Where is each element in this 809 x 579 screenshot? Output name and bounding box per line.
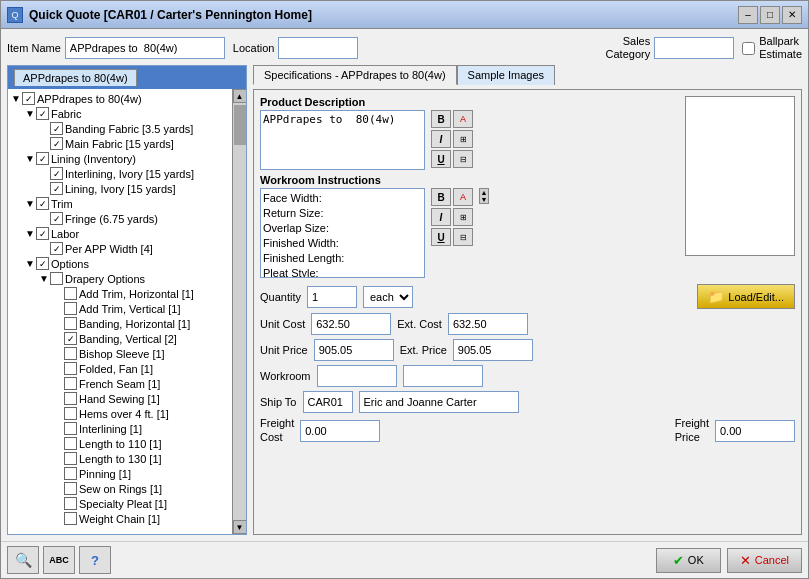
product-desc-textarea[interactable] (260, 110, 425, 170)
tree-item[interactable]: Hand Sewing [1] (10, 391, 230, 406)
tree-checkbox[interactable] (64, 332, 77, 345)
tree-checkbox[interactable] (22, 92, 35, 105)
tree-item[interactable]: Banding Fabric [3.5 yards] (10, 121, 230, 136)
item-name-input[interactable] (65, 37, 225, 59)
tree-item[interactable]: Per APP Width [4] (10, 241, 230, 256)
workroom-table-button[interactable]: ⊞ (453, 208, 473, 226)
workroom-insert-button[interactable]: ⊟ (453, 228, 473, 246)
tree-item[interactable]: Sew on Rings [1] (10, 481, 230, 496)
workroom-underline-button[interactable]: U (431, 228, 451, 246)
tree-checkbox[interactable] (36, 227, 49, 240)
tree-checkbox[interactable] (64, 362, 77, 375)
tree-checkbox[interactable] (64, 407, 77, 420)
tree-expand-icon[interactable]: ▼ (24, 198, 36, 209)
scroll-thumb[interactable] (234, 105, 246, 145)
tree-checkbox[interactable] (64, 287, 77, 300)
tree-checkbox[interactable] (64, 437, 77, 450)
sales-category-input[interactable] (654, 37, 734, 59)
tree-item[interactable]: ▼Drapery Options (10, 271, 230, 286)
tree-checkbox[interactable] (64, 512, 77, 525)
tree-item[interactable]: French Seam [1] (10, 376, 230, 391)
insert-button[interactable]: ⊟ (453, 150, 473, 168)
tree-item[interactable]: Banding, Horizontal [1] (10, 316, 230, 331)
tree-checkbox[interactable] (64, 347, 77, 360)
tree-checkbox[interactable] (64, 392, 77, 405)
tree-item[interactable]: Banding, Vertical [2] (10, 331, 230, 346)
workroom-textarea[interactable]: Face Width:Return Size:Overlap Size:Fini… (260, 188, 425, 278)
workroom-name-input[interactable] (403, 365, 483, 387)
tree-item[interactable]: Folded, Fan [1] (10, 361, 230, 376)
tree-checkbox[interactable] (36, 197, 49, 210)
load-edit-button[interactable]: 📁 Load/Edit... (697, 284, 795, 309)
scrollbar[interactable]: ▲ ▼ (232, 89, 246, 534)
tree-expand-icon[interactable]: ▼ (38, 273, 50, 284)
close-button[interactable]: ✕ (782, 6, 802, 24)
each-select[interactable]: each (363, 286, 413, 308)
ok-button[interactable]: ✔ OK (656, 548, 721, 573)
ext-cost-input[interactable] (448, 313, 528, 335)
tab-specifications[interactable]: Specifications - APPdrapes to 80(4w) (253, 65, 457, 85)
ballpark-checkbox[interactable] (742, 42, 755, 55)
tree-checkbox[interactable] (64, 482, 77, 495)
tree-item[interactable]: Pinning [1] (10, 466, 230, 481)
tree-checkbox[interactable] (36, 107, 49, 120)
left-tab[interactable]: APPdrapes to 80(4w) (14, 69, 137, 86)
workroom-code-input[interactable] (317, 365, 397, 387)
tree-area[interactable]: ▼APPdrapes to 80(4w)▼FabricBanding Fabri… (8, 89, 232, 534)
freight-cost-input[interactable] (300, 420, 380, 442)
tree-item[interactable]: Length to 130 [1] (10, 451, 230, 466)
tree-checkbox[interactable] (64, 467, 77, 480)
tree-item[interactable]: Specialty Pleat [1] (10, 496, 230, 511)
tree-item[interactable]: Interlining, Ivory [15 yards] (10, 166, 230, 181)
quantity-input[interactable] (307, 286, 357, 308)
tree-checkbox[interactable] (50, 182, 63, 195)
tree-item[interactable]: Interlining [1] (10, 421, 230, 436)
tree-expand-icon[interactable]: ▼ (24, 258, 36, 269)
workroom-color-button[interactable]: A (453, 188, 473, 206)
help-button[interactable]: ? (79, 546, 111, 574)
workroom-bold-button[interactable]: B (431, 188, 451, 206)
font-color-button[interactable]: A (453, 110, 473, 128)
tree-checkbox[interactable] (50, 242, 63, 255)
tree-checkbox[interactable] (64, 497, 77, 510)
tree-checkbox[interactable] (50, 137, 63, 150)
tree-checkbox[interactable] (64, 422, 77, 435)
tree-item[interactable]: Bishop Sleeve [1] (10, 346, 230, 361)
tree-item[interactable]: ▼Options (10, 256, 230, 271)
tree-checkbox[interactable] (50, 122, 63, 135)
tree-item[interactable]: Weight Chain [1] (10, 511, 230, 526)
location-input[interactable] (278, 37, 358, 59)
maximize-button[interactable]: □ (760, 6, 780, 24)
italic-button[interactable]: I (431, 130, 451, 148)
tree-checkbox[interactable] (50, 167, 63, 180)
tree-expand-icon[interactable]: ▼ (24, 228, 36, 239)
tree-checkbox[interactable] (36, 257, 49, 270)
tree-checkbox[interactable] (36, 152, 49, 165)
workroom-scroll-up[interactable]: ▲ (481, 189, 488, 196)
abc-button[interactable]: ABC (43, 546, 75, 574)
tree-expand-icon[interactable]: ▼ (10, 93, 22, 104)
tree-item[interactable]: Add Trim, Horizontal [1] (10, 286, 230, 301)
tree-item[interactable]: ▼Trim (10, 196, 230, 211)
tree-item[interactable]: Length to 110 [1] (10, 436, 230, 451)
tree-checkbox[interactable] (64, 377, 77, 390)
tree-item[interactable]: Add Trim, Vertical [1] (10, 301, 230, 316)
ship-to-name-input[interactable] (359, 391, 519, 413)
unit-cost-input[interactable] (311, 313, 391, 335)
unit-price-input[interactable] (314, 339, 394, 361)
tree-expand-icon[interactable]: ▼ (24, 153, 36, 164)
tab-sample-images[interactable]: Sample Images (457, 65, 555, 85)
table-button[interactable]: ⊞ (453, 130, 473, 148)
underline-button[interactable]: U (431, 150, 451, 168)
ext-price-input[interactable] (453, 339, 533, 361)
workroom-scrollbar[interactable]: ▲ ▼ (479, 188, 489, 204)
search-button[interactable]: 🔍 (7, 546, 39, 574)
scroll-down-arrow[interactable]: ▼ (233, 520, 247, 534)
bold-button[interactable]: B (431, 110, 451, 128)
tree-item[interactable]: ▼Labor (10, 226, 230, 241)
ship-to-code-input[interactable] (303, 391, 353, 413)
tree-item[interactable]: Main Fabric [15 yards] (10, 136, 230, 151)
tree-item[interactable]: ▼APPdrapes to 80(4w) (10, 91, 230, 106)
tree-item[interactable]: ▼Fabric (10, 106, 230, 121)
tree-checkbox[interactable] (64, 302, 77, 315)
